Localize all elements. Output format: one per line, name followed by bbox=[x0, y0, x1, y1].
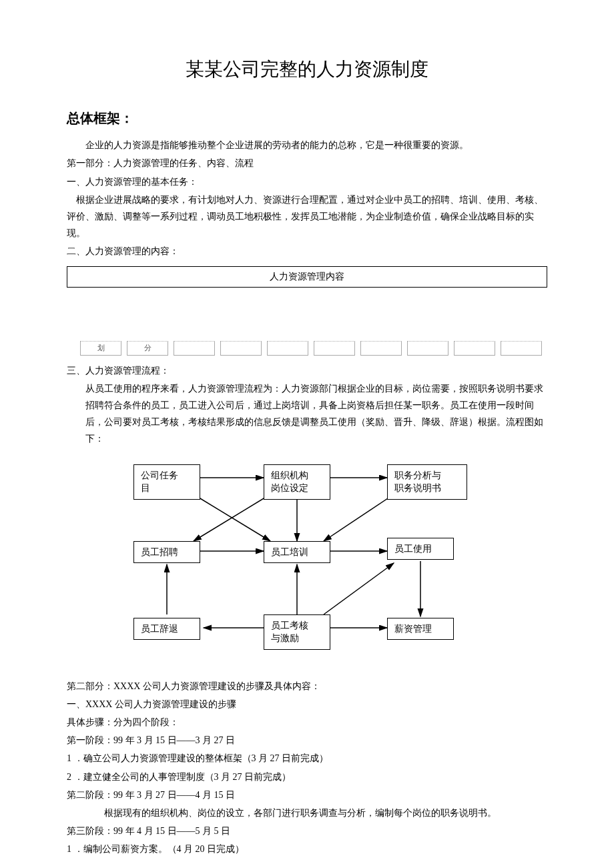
flow-box-use: 员工使用 bbox=[387, 538, 454, 560]
category-box bbox=[314, 341, 355, 356]
steps-intro: 具体步骤：分为四个阶段： bbox=[67, 714, 547, 731]
process-flowchart: 公司任务 目 组织机构 岗位设定 职务分析与 职务说明书 员工招聘 员工培训 员… bbox=[120, 458, 494, 671]
phase2-heading: 第二阶段：99 年 3 月 27 日——4 月 15 日 bbox=[67, 787, 547, 803]
flow-box-recruit: 员工招聘 bbox=[133, 541, 200, 564]
category-box bbox=[501, 341, 542, 356]
category-box: 分 bbox=[127, 341, 168, 356]
category-box bbox=[360, 341, 402, 356]
flow-box-salary: 薪资管理 bbox=[387, 618, 454, 640]
svg-line-10 bbox=[324, 563, 394, 614]
part2-heading-text: 第二部分：XXXX 公司人力资源管理建设的步骤及具体内容： bbox=[67, 681, 320, 691]
part1-heading: 第一部分：人力资源管理的任务、内容、流程 bbox=[67, 155, 547, 171]
flow-box-jobdesc: 职务分析与 职务说明书 bbox=[387, 464, 467, 500]
category-boxes-row: 划 分 bbox=[67, 341, 547, 356]
category-box bbox=[220, 341, 262, 356]
phase3-heading: 第三阶段：99 年 4 月 15 日——5 月 5 日 bbox=[67, 823, 547, 839]
category-box: 划 bbox=[80, 341, 121, 356]
section1-body: 根据企业进展战略的要求，有计划地对人力、资源进行合理配置，通过对企业中员工的招聘… bbox=[67, 191, 547, 242]
svg-line-5 bbox=[324, 494, 394, 541]
phase3-item1: 1 ．编制公司薪资方案。（4 月 20 日完成） bbox=[67, 841, 547, 857]
phase1-item1: 1 ．确立公司人力资源管理建设的整体框架（3 月 27 日前完成） bbox=[67, 750, 547, 767]
phase1-heading: 第一阶段：99 年 3 月 15 日——3 月 27 日 bbox=[67, 732, 547, 749]
flow-box-dismiss: 员工辞退 bbox=[133, 618, 200, 640]
flow-box-training: 员工培训 bbox=[264, 541, 330, 564]
category-box bbox=[174, 341, 215, 356]
part2-sec1-heading: 一、XXXX 公司人力资源管理建设的步骤 bbox=[67, 696, 547, 713]
phase2-body: 根据现有的组织机构、岗位的设立，各部门进行职务调查与分析，编制每个岗位的职务说明… bbox=[67, 805, 547, 821]
section1-heading: 一、人力资源管理的基本任务： bbox=[67, 173, 547, 190]
part2-heading: 第二部分：XXXX 公司人力资源管理建设的步骤及具体内容： bbox=[67, 678, 547, 695]
intro-paragraph: 企业的人力资源是指能够推动整个企业进展的劳动者的能力的总称，它是一种很重要的资源… bbox=[67, 137, 547, 153]
category-box bbox=[267, 341, 308, 356]
section3-heading: 三、人力资源管理流程： bbox=[67, 362, 547, 379]
flow-box-task: 公司任务 目 bbox=[133, 464, 200, 500]
flow-box-org: 组织机构 岗位设定 bbox=[264, 464, 330, 500]
phase1-item2: 2 ．建立健全公司的人事管理制度（3 月 27 日前完成） bbox=[67, 769, 547, 785]
framework-header: 总体框架： bbox=[67, 106, 547, 130]
svg-line-2 bbox=[194, 494, 270, 541]
category-box bbox=[407, 341, 448, 356]
content-table-header: 人力资源管理内容 bbox=[67, 266, 547, 287]
category-box bbox=[454, 341, 495, 356]
flow-box-review: 员工考核 与激励 bbox=[264, 614, 330, 650]
section2-heading: 二、人力资源管理的内容： bbox=[67, 243, 547, 260]
svg-line-3 bbox=[194, 494, 270, 541]
section3-body: 从员工使用的程序来看，人力资源管理流程为：人力资源部门根据企业的目标，岗位需要，… bbox=[67, 380, 547, 448]
page-title: 某某公司完整的人力资源制度 bbox=[67, 53, 547, 86]
